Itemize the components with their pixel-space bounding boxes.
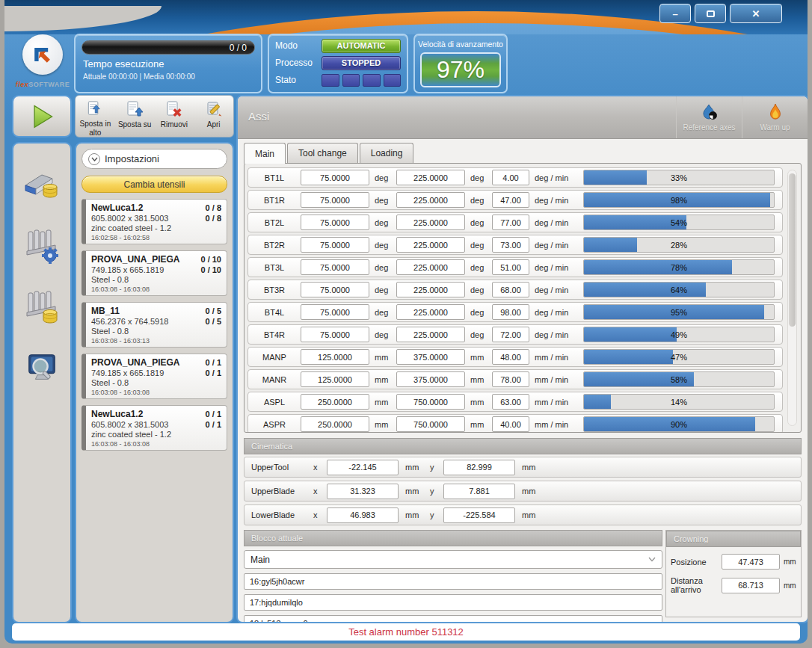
close-button[interactable]: ✕ xyxy=(730,4,782,23)
axis-speed-input[interactable]: 98.00 xyxy=(492,304,529,320)
axis-speed-input[interactable]: 68.00 xyxy=(492,282,529,297)
block-line[interactable]: 18:lz513ogasp0 xyxy=(244,615,662,623)
start-button[interactable] xyxy=(12,95,72,138)
axis-speed-input[interactable]: 4.00 xyxy=(492,170,529,185)
axes-table-scrollbar[interactable] xyxy=(787,170,797,426)
axis-limit-input[interactable]: 225.0000 xyxy=(396,215,465,230)
axis-value-input[interactable]: 75.0000 xyxy=(301,282,369,297)
axis-value-input[interactable]: 75.0000 xyxy=(301,304,369,320)
cinematica-row: UpperBlade x 31.323 mm y 7.881 mm xyxy=(244,481,802,502)
job-name: MB_11 xyxy=(91,306,120,316)
axis-speed-input[interactable]: 78.00 xyxy=(492,371,529,387)
axis-progress-label: 98% xyxy=(584,193,774,207)
minimize-icon: – xyxy=(672,8,677,19)
axis-limit-input[interactable]: 750.0000 xyxy=(396,394,465,410)
sidebar-item-tool-setup[interactable] xyxy=(21,224,63,266)
x-value-input[interactable]: -22.145 xyxy=(327,460,399,475)
axis-limit-unit: deg xyxy=(465,308,492,317)
move-to-top-button[interactable]: Sposta in alto xyxy=(76,96,115,137)
axis-speed-input[interactable]: 47.00 xyxy=(492,192,529,208)
axis-limit-input[interactable]: 750.0000 xyxy=(396,416,465,432)
sidebar-item-parts-database[interactable] xyxy=(21,163,63,205)
y-value-input[interactable]: 82.999 xyxy=(443,460,515,475)
job-card[interactable]: PROVA_UNA_PIEGA 0 / 1 749.185 x 665.1819… xyxy=(81,354,227,399)
job-size: 749.185 x 665.1819 xyxy=(91,265,164,274)
reference-axes-button[interactable]: Reference axes xyxy=(676,96,742,138)
tool-change-button[interactable]: Cambia utensili xyxy=(81,176,227,193)
axis-limit-unit: mm xyxy=(465,420,492,429)
block-select[interactable]: Main xyxy=(244,550,662,569)
warm-up-button[interactable]: Warm up xyxy=(742,96,808,138)
axis-row: BT2L 75.0000 deg 225.0000 deg 77.00 deg … xyxy=(247,212,783,232)
brand-name: flexSOFTWARE xyxy=(13,81,72,88)
axis-speed-input[interactable]: 48.00 xyxy=(492,349,529,365)
axis-limit-input[interactable]: 225.0000 xyxy=(396,282,465,297)
axis-row: BT4R 75.0000 deg 225.0000 deg 72.00 deg … xyxy=(247,324,783,345)
axis-value-unit: deg xyxy=(369,330,396,339)
job-card[interactable]: NewLuca1.2 0 / 8 605.8002 x 381.5003 0 /… xyxy=(81,199,227,244)
axis-speed-input[interactable]: 73.00 xyxy=(492,237,529,253)
axis-value-unit: deg xyxy=(369,286,396,294)
alarm-bar: Test alarm number 511312 xyxy=(12,623,800,641)
axis-limit-input[interactable]: 375.0000 xyxy=(396,349,465,365)
axis-value-input[interactable]: 125.0000 xyxy=(301,349,369,365)
open-button[interactable]: Apri xyxy=(194,96,233,137)
axis-value-input[interactable]: 125.0000 xyxy=(301,371,369,387)
sidebar-item-tools-database[interactable] xyxy=(21,286,63,327)
axis-limit-input[interactable]: 225.0000 xyxy=(396,237,465,253)
maximize-button[interactable] xyxy=(695,4,726,23)
close-icon: ✕ xyxy=(752,8,760,19)
axis-value-input[interactable]: 75.0000 xyxy=(301,237,369,253)
x-label: x xyxy=(313,487,327,496)
axis-limit-input[interactable]: 225.0000 xyxy=(396,327,465,342)
x-value-input[interactable]: 46.983 xyxy=(327,507,399,523)
job-card[interactable]: NewLuca1.2 0 / 1 605.8002 x 381.5003 0 /… xyxy=(81,405,227,451)
axis-speed-input[interactable]: 40.00 xyxy=(492,416,529,432)
axis-limit-input[interactable]: 225.0000 xyxy=(396,304,465,320)
axis-limit-input[interactable]: 375.0000 xyxy=(396,371,465,387)
axis-value-input[interactable]: 75.0000 xyxy=(301,259,369,275)
move-up-button[interactable]: Sposta su xyxy=(115,96,155,137)
axis-value-input[interactable]: 75.0000 xyxy=(301,192,369,208)
axis-speed-input[interactable]: 63.00 xyxy=(492,394,529,410)
axis-speed-input[interactable]: 77.00 xyxy=(492,215,529,230)
scrollbar-thumb[interactable] xyxy=(789,173,796,327)
tab-loading[interactable]: Loading xyxy=(360,143,414,163)
block-line[interactable]: 16:gyl5jh0acwr xyxy=(244,573,662,590)
tab-main[interactable]: Main xyxy=(244,143,286,164)
job-material: Steel - 0.8 xyxy=(91,275,221,284)
axis-speed-input[interactable]: 51.00 xyxy=(492,259,529,275)
crowning-value-input[interactable]: 47.473 xyxy=(722,554,780,570)
axis-value-unit: mm xyxy=(369,420,396,429)
axis-limit-unit: mm xyxy=(465,353,492,362)
y-value-input[interactable]: 7.881 xyxy=(443,484,515,499)
axis-speed-input[interactable]: 72.00 xyxy=(492,327,529,342)
tab-tool-change[interactable]: Tool change xyxy=(287,143,358,163)
minimize-button[interactable]: – xyxy=(659,4,691,23)
axis-speed-unit: deg / min xyxy=(529,218,577,227)
axis-value-input[interactable]: 75.0000 xyxy=(301,170,369,185)
job-card[interactable]: MB_11 0 / 5 456.2376 x 764.5918 0 / 5 St… xyxy=(81,302,227,348)
axis-value-input[interactable]: 250.0000 xyxy=(301,416,369,432)
app-window: – ✕ flexSOFTWARE 0 / 0 Tempo esecuzione … xyxy=(4,0,808,644)
open-icon xyxy=(204,99,224,119)
axis-limit-unit: mm xyxy=(465,398,492,407)
stato-segment xyxy=(322,74,339,87)
axis-value-input[interactable]: 250.0000 xyxy=(301,394,369,410)
remove-button[interactable]: Rimuovi xyxy=(155,96,194,137)
axis-limit-input[interactable]: 225.0000 xyxy=(396,170,465,185)
crowning-value-input[interactable]: 68.713 xyxy=(722,578,780,593)
axis-limit-input[interactable]: 225.0000 xyxy=(396,192,465,208)
sidebar-item-diagnostics[interactable] xyxy=(21,347,63,389)
axis-row: MANP 125.0000 mm 375.0000 mm 48.00 mm / … xyxy=(247,347,783,367)
y-value-input[interactable]: -225.584 xyxy=(443,507,515,523)
job-card[interactable]: PROVA_UNA_PIEGA 0 / 10 749.185 x 665.181… xyxy=(81,250,227,296)
axis-value-input[interactable]: 75.0000 xyxy=(301,327,369,342)
axis-limit-input[interactable]: 225.0000 xyxy=(396,259,465,275)
x-value-input[interactable]: 31.323 xyxy=(327,484,399,499)
current-block-header: Blocco attuale xyxy=(244,530,662,546)
job-time: 16:03:08 - 16:03:08 xyxy=(91,286,221,293)
axis-value-input[interactable]: 75.0000 xyxy=(301,215,369,230)
settings-expander[interactable]: Impostazioni xyxy=(81,149,227,169)
block-line[interactable]: 17:hjqdumilqlo xyxy=(244,594,662,611)
